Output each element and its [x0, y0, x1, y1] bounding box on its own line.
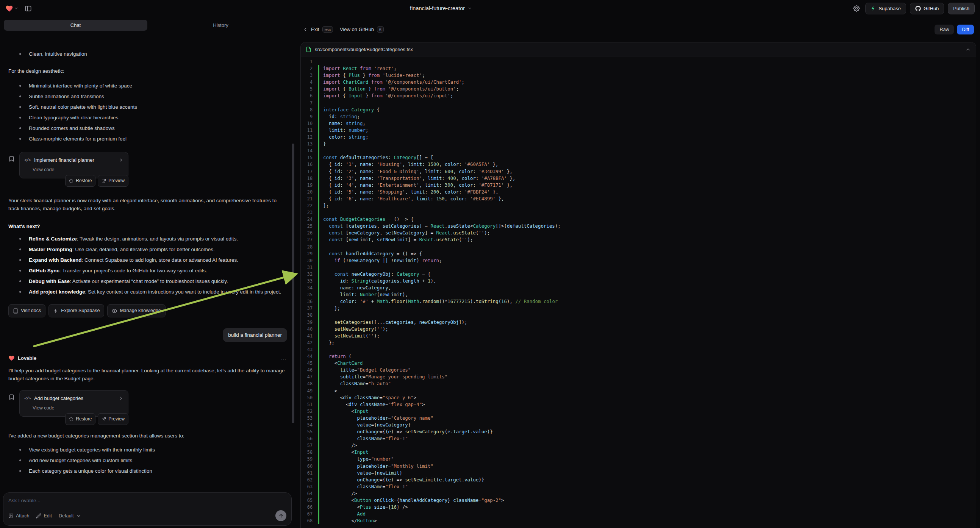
code-text: limit: Number(newLimit), [319, 291, 408, 298]
project-switcher[interactable]: financial-future-creator [410, 5, 472, 11]
preview-button[interactable]: Preview [98, 175, 129, 187]
chip-label: Visit docs [21, 307, 41, 315]
chat-scrollbar[interactable] [292, 143, 294, 423]
code-text: <Button onClick={handleAddCategory} clas… [319, 497, 504, 504]
action-card-implement-financial-planner[interactable]: </> Implement financial planner View cod… [19, 152, 129, 178]
code-line: 11 limit: number; [301, 127, 976, 134]
preview-button[interactable]: Preview [98, 413, 129, 425]
code-text: title="Budget Categories" [319, 367, 410, 374]
restore-label: Restore [76, 415, 92, 423]
code-text: const handleAddCategory = () => { [319, 250, 422, 257]
action-card-add-budget-categories[interactable]: </> Add budget categories View code [19, 390, 129, 417]
diff-toggle-button[interactable]: Diff [957, 25, 974, 35]
code-text: <ChartCard [319, 360, 363, 367]
code-text: type="number" [319, 456, 394, 463]
line-number: 65 [301, 497, 318, 504]
line-number: 49 [301, 388, 318, 394]
line-number: 53 [301, 415, 318, 421]
code-line: 28 [301, 243, 976, 250]
restore-icon [69, 417, 73, 421]
code-text: limit: number; [319, 127, 368, 134]
line-number: 13 [301, 140, 318, 147]
line-number: 34 [301, 285, 318, 291]
code-line: 59 type="number" [301, 456, 976, 463]
restore-button[interactable]: Restore [65, 413, 95, 425]
file-header[interactable]: src/components/budget/BudgetCategories.t… [301, 43, 976, 56]
restore-icon [69, 179, 73, 183]
line-number: 57 [301, 442, 318, 449]
code-text: { id: '6', name: 'Healthcare', limit: 15… [319, 196, 504, 202]
code-text: value={newCategory} [319, 421, 410, 428]
code-text: Add [319, 511, 366, 517]
code-line: 38 [301, 312, 976, 318]
code-line: 42 }; [301, 339, 976, 346]
code-text: onChange={(e) => setNewLimit(e.target.va… [319, 477, 484, 483]
code-line: 12 color: string; [301, 134, 976, 140]
line-number: 28 [301, 243, 318, 250]
line-number: 4 [301, 79, 318, 86]
code-line: 31 [301, 264, 976, 271]
manage-knowledge-button[interactable]: Manage knowledge [107, 304, 165, 317]
mode-selector[interactable]: Default [59, 513, 81, 518]
raw-toggle-button[interactable]: Raw [935, 25, 954, 35]
code-text: { id: '5', name: 'Shopping', limit: 200,… [319, 189, 498, 196]
code-line: 21 { id: '6', name: 'Healthcare', limit:… [301, 196, 976, 202]
view-on-github-button[interactable]: View on GitHub 6 [340, 26, 384, 33]
supabase-button[interactable]: Supabase [865, 3, 906, 14]
message-menu-button[interactable]: … [281, 354, 287, 362]
logo-chevron-down-icon [14, 6, 19, 11]
visit-docs-button[interactable]: Visit docs [8, 304, 45, 317]
tab-history[interactable]: History [149, 20, 293, 31]
code-text: }; [319, 305, 340, 312]
bookmark-icon[interactable] [8, 156, 15, 162]
exit-button[interactable]: Exit esc [303, 26, 333, 33]
chat-input[interactable] [8, 498, 286, 503]
edit-button[interactable]: Edit [36, 513, 52, 518]
line-number: 5 [301, 86, 318, 92]
send-button[interactable] [275, 510, 286, 521]
code-text: id: String(categories.length + 1), [319, 278, 436, 285]
code-text: > [319, 388, 337, 394]
bookmark-icon[interactable] [8, 394, 15, 400]
line-number: 35 [301, 291, 318, 298]
code-line: 46 title="Budget Categories" [301, 367, 976, 374]
tab-chat[interactable]: Chat [4, 20, 147, 31]
code-text: setNewCategory(''); [319, 326, 388, 332]
line-number: 1 [301, 58, 318, 65]
code-text: const newCategoryObj: Category = { [319, 271, 431, 278]
code-line: 41 setNewLimit(''); [301, 332, 976, 339]
code-line: 37 }; [301, 305, 976, 312]
code-text [319, 147, 326, 154]
lovable-logo-button[interactable] [5, 5, 19, 13]
code-text [319, 346, 326, 353]
line-number: 43 [301, 346, 318, 353]
explore-supabase-button[interactable]: Explore Supabase [48, 304, 104, 317]
code-area: 1 2import React from 'react';3import { P… [301, 56, 976, 528]
publish-button[interactable]: Publish [948, 3, 975, 14]
code-line: 48 className="h-auto" [301, 380, 976, 387]
attach-button[interactable]: Attach [8, 513, 29, 518]
code-text: ]; [319, 202, 329, 209]
code-text: const [newCategory, setNewCategory] = Re… [319, 229, 490, 236]
line-number: 61 [301, 470, 318, 477]
list-item: Add new budget categories with custom li… [29, 456, 287, 464]
code-line: 10 name: string; [301, 120, 976, 127]
restore-button[interactable]: Restore [65, 175, 95, 187]
code-line: 4import ChartCard from '@/components/ui/… [301, 79, 976, 86]
code-line: 27 const [newLimit, setNewLimit] = React… [301, 236, 976, 243]
line-number: 68 [301, 517, 318, 524]
line-number: 55 [301, 428, 318, 435]
code-line: 68 </Button> [301, 517, 976, 524]
line-number: 37 [301, 305, 318, 312]
line-number: 36 [301, 298, 318, 305]
code-text: color: '#' + Math.floor(Math.random()*16… [319, 298, 558, 305]
file-icon [306, 46, 312, 52]
attach-label: Attach [16, 513, 29, 518]
line-number: 25 [301, 223, 318, 229]
line-number: 64 [301, 490, 318, 497]
settings-button[interactable] [851, 3, 861, 13]
github-button[interactable]: GitHub [910, 3, 944, 14]
sidebar-toggle-button[interactable] [23, 3, 33, 14]
code-line: 33 id: String(categories.length + 1), [301, 278, 976, 285]
collapse-chevron-up-icon[interactable] [965, 46, 971, 52]
